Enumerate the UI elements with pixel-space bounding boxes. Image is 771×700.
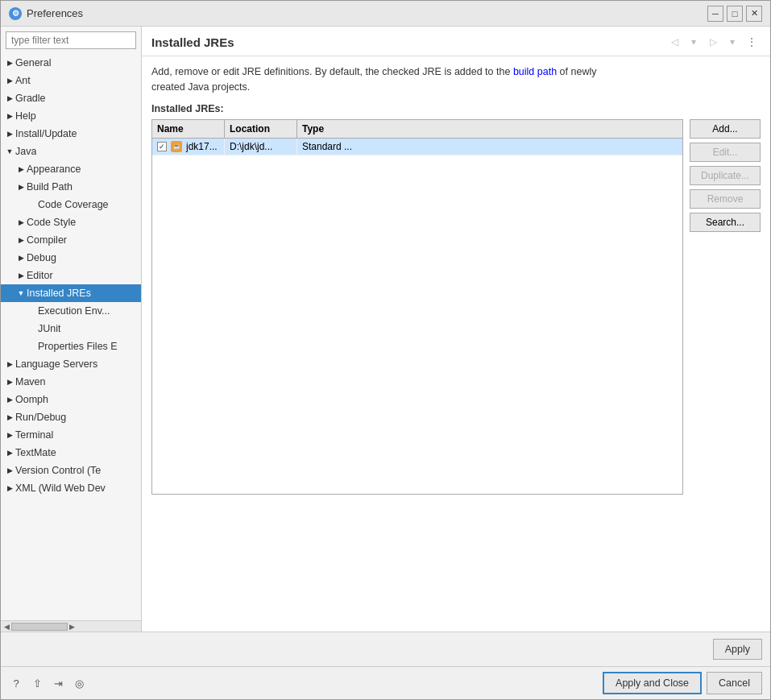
cancel-button[interactable]: Cancel bbox=[707, 672, 762, 694]
expand-icon: ▶ bbox=[4, 447, 15, 458]
export2-icon[interactable]: ⇥ bbox=[51, 676, 65, 690]
jre-icon: ☕ bbox=[171, 141, 182, 152]
sidebar-item-java[interactable]: ▼ Java bbox=[1, 143, 141, 160]
col-location-header: Location bbox=[225, 120, 297, 138]
jre-row-name: ☕ jdk17... bbox=[152, 139, 225, 155]
expand-icon: ▼ bbox=[4, 146, 15, 157]
bottom-bar: Apply bbox=[1, 632, 770, 666]
expand-icon: ▶ bbox=[15, 217, 27, 228]
sidebar-hscroll[interactable]: ◀ ▶ bbox=[1, 620, 141, 632]
jre-table-container: Name Location Type ☕ jdk17... D:\jdk\jd. bbox=[151, 119, 761, 495]
expand-icon: ▶ bbox=[4, 376, 15, 387]
sidebar-item-terminal[interactable]: ▶ Terminal bbox=[1, 426, 141, 444]
sidebar-item-build-path[interactable]: ▶ Build Path bbox=[1, 178, 141, 196]
expand-icon: ▶ bbox=[15, 270, 27, 281]
expand-icon: ▶ bbox=[15, 234, 27, 246]
expand-icon: ▶ bbox=[15, 164, 27, 175]
remove-button[interactable]: Remove bbox=[690, 189, 761, 209]
sidebar-item-debug[interactable]: ▶ Debug bbox=[1, 249, 141, 267]
sidebar-item-installed-jres[interactable]: ▼ Installed JREs bbox=[1, 284, 141, 302]
title-bar: ⚙ Preferences ─ □ ✕ bbox=[1, 1, 770, 27]
expand-icon: ▶ bbox=[4, 57, 15, 68]
jre-table: Name Location Type ☕ jdk17... D:\jdk\jd. bbox=[151, 119, 683, 495]
expand-icon: ▶ bbox=[4, 412, 15, 423]
description-text: Add, remove or edit JRE definitions. By … bbox=[151, 64, 761, 95]
expand-icon: ▶ bbox=[4, 483, 15, 494]
app-icon: ⚙ bbox=[9, 7, 22, 20]
expand-icon: ▶ bbox=[15, 252, 27, 263]
window-controls: ─ □ ✕ bbox=[707, 6, 762, 22]
sidebar-item-junit[interactable]: JUnit bbox=[1, 320, 141, 338]
expand-icon: ▶ bbox=[15, 181, 27, 193]
apply-button[interactable]: Apply bbox=[713, 639, 762, 660]
sidebar-item-execution-env[interactable]: Execution Env... bbox=[1, 302, 141, 320]
bold-text: build path bbox=[513, 66, 557, 77]
sidebar-item-textmate[interactable]: ▶ TextMate bbox=[1, 444, 141, 462]
expand-icon: ▼ bbox=[15, 288, 27, 299]
sidebar-item-run-debug[interactable]: ▶ Run/Debug bbox=[1, 408, 141, 426]
preferences-window: ⚙ Preferences ─ □ ✕ ▶ General ▶ Ant bbox=[0, 0, 771, 700]
help-icon[interactable]: ? bbox=[9, 676, 23, 690]
expand-icon: ▶ bbox=[4, 429, 15, 441]
sidebar-item-install-update[interactable]: ▶ Install/Update bbox=[1, 125, 141, 143]
tree-container: ▶ General ▶ Ant ▶ Gradle ▶ Help bbox=[1, 54, 141, 620]
expand-icon bbox=[27, 305, 38, 317]
expand-icon: ▶ bbox=[4, 358, 15, 370]
settings-icon[interactable]: ◎ bbox=[72, 676, 86, 690]
back-dropdown-button[interactable]: ▾ bbox=[685, 33, 703, 51]
forward-button[interactable]: ▷ bbox=[704, 33, 722, 51]
jre-action-buttons: Add... Edit... Duplicate... Remove Searc… bbox=[690, 119, 761, 495]
expand-icon bbox=[27, 199, 38, 210]
sidebar-item-help[interactable]: ▶ Help bbox=[1, 107, 141, 125]
expand-icon: ▶ bbox=[4, 128, 15, 139]
apply-and-close-button[interactable]: Apply and Close bbox=[603, 672, 702, 694]
sidebar-item-code-style[interactable]: ▶ Code Style bbox=[1, 213, 141, 231]
sidebar-item-appearance[interactable]: ▶ Appearance bbox=[1, 160, 141, 178]
search-button[interactable]: Search... bbox=[690, 213, 761, 232]
table-row[interactable]: ☕ jdk17... D:\jdk\jd... Standard ... bbox=[152, 139, 682, 155]
export1-icon[interactable]: ⇧ bbox=[30, 676, 44, 690]
panel-title: Installed JREs bbox=[151, 35, 234, 49]
jre-table-header: Name Location Type bbox=[152, 120, 682, 139]
close-button[interactable]: ✕ bbox=[746, 6, 762, 22]
expand-icon: ▶ bbox=[4, 394, 15, 405]
add-button[interactable]: Add... bbox=[690, 119, 761, 139]
scroll-right-arrow[interactable]: ▶ bbox=[68, 623, 77, 631]
duplicate-button[interactable]: Duplicate... bbox=[690, 166, 761, 185]
panel-header: Installed JREs ◁ ▾ ▷ ▾ ⋮ bbox=[142, 27, 770, 56]
col-type-header: Type bbox=[297, 120, 682, 138]
filter-input[interactable] bbox=[6, 31, 136, 49]
main-content: ▶ General ▶ Ant ▶ Gradle ▶ Help bbox=[1, 27, 770, 632]
scroll-thumb[interactable] bbox=[11, 623, 68, 631]
sidebar-item-language-servers[interactable]: ▶ Language Servers bbox=[1, 355, 141, 373]
dialog-buttons: Apply and Close Cancel bbox=[603, 672, 762, 694]
minimize-button[interactable]: ─ bbox=[707, 6, 723, 22]
sidebar-item-ant[interactable]: ▶ Ant bbox=[1, 72, 141, 89]
sidebar-item-maven[interactable]: ▶ Maven bbox=[1, 373, 141, 391]
sidebar-item-compiler[interactable]: ▶ Compiler bbox=[1, 231, 141, 249]
panel-toolbar: ◁ ▾ ▷ ▾ ⋮ bbox=[665, 33, 761, 51]
more-options-button[interactable]: ⋮ bbox=[743, 33, 761, 51]
forward-dropdown-button[interactable]: ▾ bbox=[723, 33, 741, 51]
sidebar-item-code-coverage[interactable]: Code Coverage bbox=[1, 196, 141, 213]
empty-rows bbox=[152, 155, 682, 494]
jre-checkbox[interactable] bbox=[157, 142, 167, 151]
sidebar-item-oomph[interactable]: ▶ Oomph bbox=[1, 391, 141, 408]
sidebar-item-xml[interactable]: ▶ XML (Wild Web Dev bbox=[1, 479, 141, 497]
edit-button[interactable]: Edit... bbox=[690, 143, 761, 162]
sidebar-item-gradle[interactable]: ▶ Gradle bbox=[1, 89, 141, 107]
status-icons: ? ⇧ ⇥ ◎ bbox=[9, 676, 86, 690]
sidebar-item-editor[interactable]: ▶ Editor bbox=[1, 267, 141, 284]
sidebar: ▶ General ▶ Ant ▶ Gradle ▶ Help bbox=[1, 27, 142, 632]
expand-icon: ▶ bbox=[4, 93, 15, 104]
sidebar-item-version-control[interactable]: ▶ Version Control (Te bbox=[1, 462, 141, 479]
installed-jres-label: Installed JREs: bbox=[151, 103, 761, 114]
back-button[interactable]: ◁ bbox=[665, 33, 683, 51]
maximize-button[interactable]: □ bbox=[727, 6, 743, 22]
jre-row-location: D:\jdk\jd... bbox=[225, 139, 297, 155]
expand-icon: ▶ bbox=[4, 110, 15, 122]
scroll-left-arrow[interactable]: ◀ bbox=[2, 623, 11, 631]
sidebar-item-general[interactable]: ▶ General bbox=[1, 54, 141, 72]
sidebar-item-properties-files[interactable]: Properties Files E bbox=[1, 338, 141, 355]
expand-icon bbox=[27, 323, 38, 334]
